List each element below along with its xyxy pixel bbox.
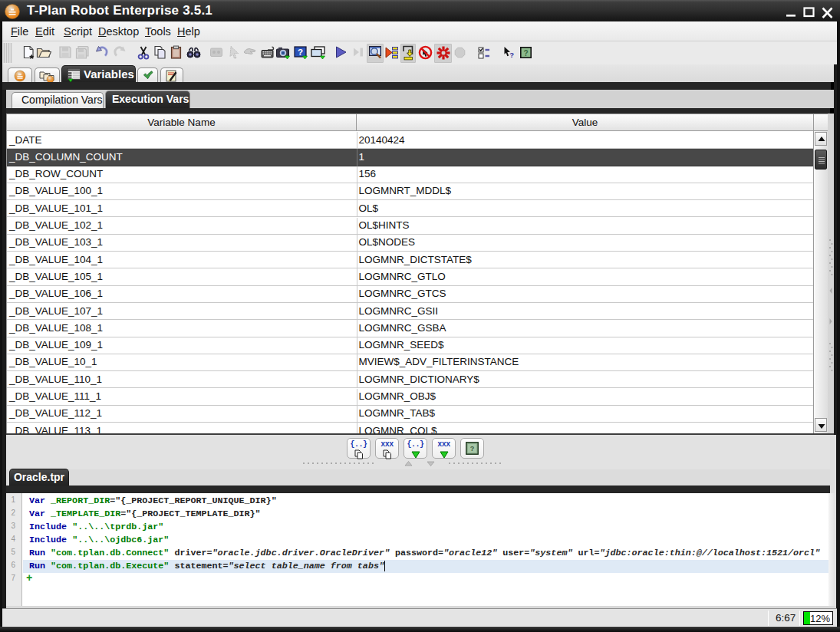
- svg-text:?: ?: [298, 48, 303, 57]
- svg-text:?: ?: [523, 49, 528, 58]
- svg-text:?: ?: [509, 51, 514, 59]
- svg-text:?: ?: [470, 445, 475, 453]
